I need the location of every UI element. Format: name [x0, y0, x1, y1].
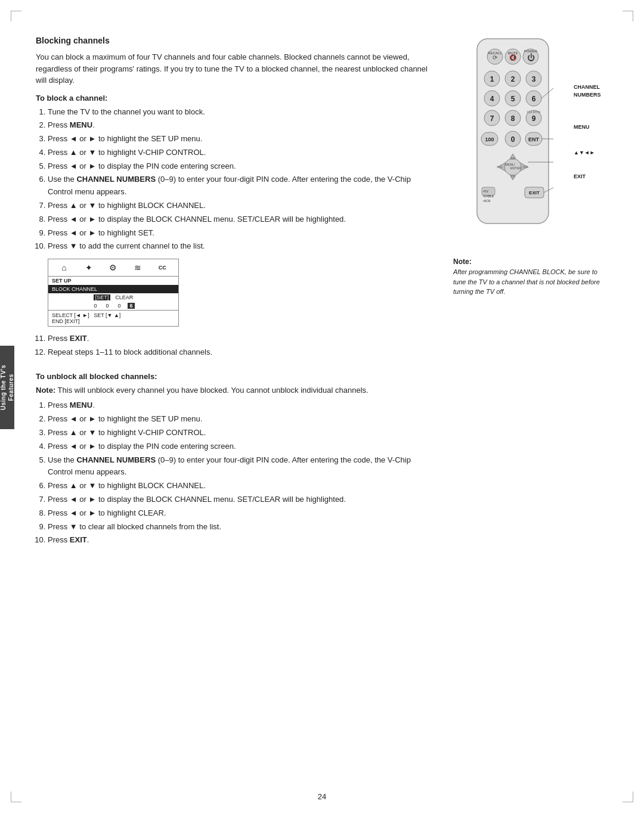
svg-text:⟳: ⟳ [493, 54, 498, 61]
menu-set-up-label: SET UP [48, 277, 178, 285]
list-item: Press ◄ or ► to highlight SET. [48, 227, 435, 240]
unblock-note: Note: This will unblock every channel yo… [36, 384, 435, 396]
list-item: Press ▲ or ▼ to highlight V-CHIP CONTROL… [48, 427, 435, 439]
svg-text:•VCR: •VCR [483, 199, 491, 203]
menu-set-clear-row: [SET] CLEAR [48, 293, 178, 302]
list-item: Press EXIT. [48, 534, 435, 547]
svg-text:6: 6 [532, 95, 536, 103]
nav-label: ▲▼◄► [574, 149, 601, 157]
menu-diagram: ⌂ ✦ ⚙ ≋ CC SET UP BLOCK CHANNEL [SET] CL… [48, 259, 179, 327]
list-item: Press ◄ or ► to highlight the SET UP men… [48, 413, 435, 426]
list-item: Press ◄ or ► to highlight CLEAR. [48, 507, 435, 520]
list-item: Repeat steps 1–11 to block additional ch… [48, 346, 435, 359]
svg-text:VOL: VOL [523, 165, 529, 169]
page-number: 24 [318, 792, 326, 801]
corner-mark-bl [11, 792, 21, 802]
corner-mark-tl [11, 11, 21, 21]
svg-text:•TV: •TV [483, 190, 488, 193]
list-item: Press ◄ or ► to display the BLOCK CHANNE… [48, 494, 435, 506]
list-item: Use the CHANNEL NUMBERS (0–9) to enter y… [48, 454, 435, 479]
svg-text:7: 7 [490, 114, 494, 123]
block-channel-title: To block a channel: [36, 94, 435, 103]
svg-text:ENTER: ENTER [510, 166, 522, 170]
block-steps-after-list: Press EXIT. Repeat steps 1–11 to block a… [48, 333, 435, 359]
svg-text:5: 5 [511, 95, 515, 103]
menu-dots-row: 0 0 0 6 [48, 302, 178, 310]
svg-text:⏻: ⏻ [527, 53, 535, 62]
menu-label: MENU [574, 123, 601, 131]
list-item: Press ▲ or ▼ to highlight BLOCK CHANNEL. [48, 480, 435, 492]
menu-block-channel-row: BLOCK CHANNEL [48, 285, 178, 293]
list-item: Press ▲ or ▼ to highlight BLOCK CHANNEL. [48, 200, 435, 212]
list-item: Press ◄ or ► to display the PIN code ent… [48, 160, 435, 173]
remote-wrapper: RECALL ⟳ MUTE 🔇 POWER ⏻ 1 2 [453, 36, 608, 238]
menu-nav-hint: SELECT [◄ ►] SET [▼ ▲]END [EXIT] [48, 310, 178, 326]
side-tab-text: Using the TV'sFeatures [0, 365, 15, 410]
unblock-section: To unblock all blocked channels: Note: T… [36, 372, 435, 547]
icon-cc: CC [155, 262, 169, 274]
icon-gear: ⚙ [106, 262, 120, 274]
list-item: Press ▼ to clear all blocked channels fr… [48, 521, 435, 533]
dot-4: 6 [128, 303, 135, 309]
note-text: After programming CHANNEL BLOCK, be sure… [453, 268, 600, 295]
list-item: Press MENU. [48, 119, 435, 132]
corner-mark-tr [623, 11, 633, 21]
menu-set-option: [SET] [94, 294, 111, 300]
list-item: Press ◄ or ► to highlight the SET UP men… [48, 133, 435, 145]
svg-text:CH RTN: CH RTN [527, 110, 541, 114]
svg-text:4: 4 [490, 95, 494, 103]
svg-text:ENT: ENT [528, 136, 540, 142]
section-title: Blocking channels [36, 36, 435, 45]
dot-3: 0 [116, 303, 123, 309]
list-item: Press ◄ or ► to display the PIN code ent… [48, 440, 435, 453]
icon-home: ⌂ [57, 262, 72, 274]
note-label: Note: [453, 257, 472, 266]
remote-labels: CHANNELNUMBERS MENU ▲▼◄► EXIT [574, 36, 601, 181]
intro-text: You can block a maximum of four TV chann… [36, 51, 435, 86]
svg-text:8: 8 [511, 114, 515, 123]
svg-text:🔇: 🔇 [509, 54, 517, 61]
list-item: Use the CHANNEL NUMBERS (0–9) to enter y… [48, 173, 435, 198]
svg-text:CH: CH [510, 157, 515, 160]
svg-text:CH: CH [510, 175, 515, 178]
list-item: Press ◄ or ► to display the BLOCK CHANNE… [48, 213, 435, 226]
right-column: RECALL ⟳ MUTE 🔇 POWER ⏻ 1 2 [453, 36, 608, 551]
icon-signal: ≋ [131, 262, 145, 274]
main-content: Blocking channels You can block a maximu… [36, 36, 608, 777]
menu-icons-row: ⌂ ✦ ⚙ ≋ CC [48, 259, 178, 277]
icon-setup: ✦ [82, 262, 96, 274]
svg-text:9: 9 [532, 114, 536, 123]
list-item: Press ▲ or ▼ to highlight V-CHIP CONTROL… [48, 147, 435, 159]
unblock-steps-list: Press MENU. Press ◄ or ► to highlight th… [48, 399, 435, 547]
corner-mark-br [623, 792, 633, 802]
list-item: Tune the TV to the channel you want to b… [48, 106, 435, 119]
dot-1: 0 [92, 303, 99, 309]
svg-text:EXIT: EXIT [529, 190, 540, 196]
svg-text:VOL: VOL [497, 165, 503, 169]
block-steps-list: Tune the TV to the channel you want to b… [48, 106, 435, 253]
svg-text:0: 0 [511, 135, 515, 144]
list-item: Press ▼ to add the current channel to th… [48, 240, 435, 253]
svg-text:100: 100 [485, 136, 494, 142]
svg-text:1: 1 [490, 75, 494, 83]
svg-text:•CABLE: •CABLE [483, 194, 494, 198]
svg-text:2: 2 [511, 75, 515, 83]
note-box: Note: After programming CHANNEL BLOCK, b… [453, 256, 608, 297]
dot-2: 0 [104, 303, 111, 309]
side-tab: Using the TV'sFeatures [0, 346, 14, 429]
unblock-title: To unblock all blocked channels: [36, 372, 435, 381]
two-column-layout: Blocking channels You can block a maximu… [36, 36, 608, 551]
svg-text:3: 3 [532, 75, 536, 83]
remote-svg: RECALL ⟳ MUTE 🔇 POWER ⏻ 1 2 [453, 36, 572, 238]
channel-numbers-label: CHANNELNUMBERS [574, 83, 601, 98]
menu-clear-option: CLEAR [115, 294, 133, 300]
list-item: Press MENU. [48, 399, 435, 412]
left-column: Blocking channels You can block a maximu… [36, 36, 435, 551]
list-item: Press EXIT. [48, 333, 435, 345]
exit-label: EXIT [574, 173, 601, 181]
